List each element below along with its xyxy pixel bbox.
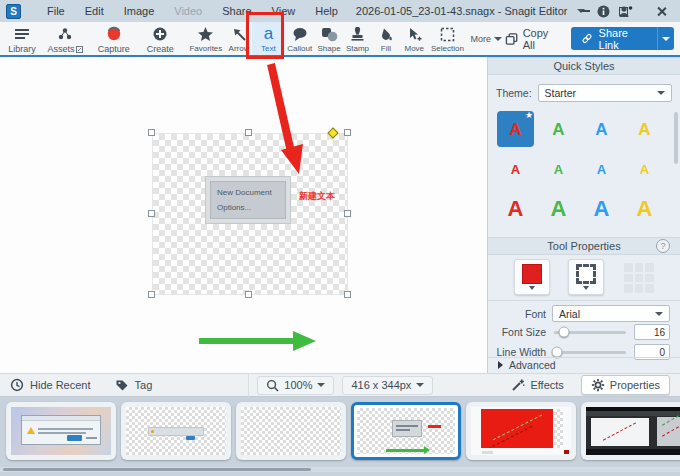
quick-style-tile[interactable]: A bbox=[638, 121, 650, 138]
outline-icon bbox=[576, 264, 596, 284]
share-caret-icon bbox=[662, 37, 670, 41]
share-link-main[interactable]: Share Link bbox=[571, 27, 658, 50]
titlebar: S File Edit Image Video Share View Help … bbox=[0, 0, 680, 22]
tool-move[interactable]: Move bbox=[400, 22, 428, 55]
selection-handle[interactable] bbox=[344, 210, 351, 217]
quick-style-tile[interactable]: A bbox=[595, 121, 607, 138]
history-clock-icon bbox=[10, 378, 24, 392]
swatch-caret-icon bbox=[583, 286, 589, 290]
recent-thumbnail-dialog[interactable] bbox=[6, 402, 116, 460]
recent-thumbnail-red-drawing[interactable] bbox=[466, 402, 576, 460]
advanced-section-toggle[interactable]: Advanced bbox=[498, 359, 556, 371]
selection-handle[interactable] bbox=[245, 129, 252, 136]
minimize-icon bbox=[581, 10, 590, 12]
quick-style-tile[interactable]: A bbox=[552, 121, 564, 138]
properties-button[interactable]: Properties bbox=[581, 375, 670, 395]
selection-handle[interactable] bbox=[148, 291, 155, 298]
toolbar-divider bbox=[0, 55, 680, 57]
effects-button[interactable]: Effects bbox=[502, 375, 572, 395]
zoom-control[interactable]: 100% bbox=[257, 376, 334, 395]
recent-thumbnail-current[interactable] bbox=[351, 402, 461, 460]
right-panel: Quick Styles Theme: Starter ★A A A A A A… bbox=[487, 57, 680, 373]
arrow-tool-icon bbox=[232, 27, 247, 42]
color-red-icon bbox=[522, 264, 542, 284]
quick-style-tile[interactable]: A bbox=[508, 198, 524, 220]
tray-scrollbar[interactable] bbox=[0, 467, 680, 472]
line-width-slider-knob[interactable] bbox=[551, 347, 562, 358]
font-select[interactable]: Arial bbox=[552, 305, 670, 322]
quick-style-tile[interactable]: A bbox=[637, 198, 653, 220]
tray-scrollbar-thumb[interactable] bbox=[3, 468, 311, 471]
recent-thumbnail-empty[interactable] bbox=[236, 402, 346, 460]
selection-handle[interactable] bbox=[245, 291, 252, 298]
tool-stamp[interactable]: Stamp bbox=[343, 22, 371, 55]
font-size-slider-knob[interactable] bbox=[559, 327, 570, 338]
hide-recent-button[interactable]: Hide Recent bbox=[10, 378, 91, 392]
capture-button[interactable]: Capture bbox=[89, 22, 138, 55]
recent-captures-tray bbox=[0, 397, 680, 476]
selection-handle[interactable] bbox=[344, 129, 351, 136]
quick-style-tile[interactable]: A bbox=[594, 198, 610, 220]
tool-favorites[interactable]: Favorites bbox=[186, 22, 226, 55]
tag-button[interactable]: Tag bbox=[115, 378, 153, 392]
fill-icon bbox=[378, 27, 393, 42]
theme-caret-icon bbox=[657, 91, 665, 95]
help-button[interactable]: ? bbox=[656, 239, 670, 253]
quick-style-tile[interactable]: A bbox=[597, 163, 606, 176]
share-link-button: Share Link bbox=[571, 27, 674, 50]
menu-help[interactable]: Help bbox=[305, 0, 348, 22]
tool-selection[interactable]: Selection bbox=[429, 22, 467, 55]
statusbar-separator bbox=[248, 373, 249, 397]
create-button[interactable]: Create bbox=[138, 22, 182, 55]
maximize-button[interactable] bbox=[604, 0, 642, 22]
tag-icon bbox=[115, 378, 129, 392]
selection-handle[interactable] bbox=[148, 129, 155, 136]
quick-style-tile-selected[interactable]: ★A bbox=[497, 111, 534, 147]
canvas-editor-area[interactable]: New Document Options... 新建文本 bbox=[0, 57, 487, 373]
menu-image[interactable]: Image bbox=[114, 0, 165, 22]
tool-fill[interactable]: Fill bbox=[372, 22, 400, 55]
snagit-logo-icon: S bbox=[6, 4, 21, 19]
quick-style-tile[interactable]: A bbox=[551, 198, 567, 220]
stamp-icon bbox=[350, 27, 365, 42]
maximize-icon bbox=[619, 7, 628, 16]
snagit-editor-window: S File Edit Image Video Share View Help … bbox=[0, 0, 680, 476]
expand-triangle-icon bbox=[498, 361, 503, 369]
minimize-button[interactable] bbox=[566, 0, 604, 22]
status-bar: Hide Recent Tag 100% 416 x 344px Effects… bbox=[0, 373, 680, 397]
close-button[interactable] bbox=[642, 0, 680, 22]
tool-callout[interactable]: Callout bbox=[285, 22, 315, 55]
copy-all-button[interactable]: Copy All bbox=[505, 27, 561, 51]
font-size-value[interactable]: 16 bbox=[634, 324, 670, 340]
canvas-size-control[interactable]: 416 x 344px bbox=[342, 376, 433, 395]
library-button[interactable]: Library bbox=[2, 22, 42, 55]
share-link-dropdown[interactable] bbox=[657, 27, 674, 50]
tool-shape[interactable]: Shape bbox=[315, 22, 343, 55]
copy-icon bbox=[505, 32, 518, 46]
shape-icon bbox=[321, 27, 338, 42]
theme-select[interactable]: Starter bbox=[538, 84, 672, 102]
tool-more[interactable]: More bbox=[470, 22, 504, 55]
selection-handle[interactable] bbox=[148, 210, 155, 217]
green-arrow-annotation[interactable] bbox=[190, 327, 325, 353]
recent-thumbnail-bar[interactable] bbox=[121, 402, 231, 460]
menu-file[interactable]: File bbox=[37, 0, 75, 22]
theme-label: Theme: bbox=[496, 87, 532, 99]
quick-style-tile[interactable]: A bbox=[554, 163, 563, 176]
panel-scrollbar[interactable] bbox=[674, 112, 678, 164]
screenshot-object[interactable]: New Document Options... bbox=[205, 176, 291, 224]
quick-style-tile[interactable]: A bbox=[640, 163, 649, 176]
recent-thumbnail-app[interactable] bbox=[581, 402, 680, 460]
assets-button[interactable]: Assets bbox=[42, 22, 89, 55]
selection-handle[interactable] bbox=[344, 291, 351, 298]
quick-style-tile[interactable]: A bbox=[511, 163, 520, 176]
outline-style-swatch[interactable] bbox=[568, 259, 604, 295]
line-width-label: Line Width bbox=[488, 346, 546, 358]
assets-icon bbox=[57, 27, 73, 41]
font-size-slider[interactable] bbox=[554, 323, 626, 340]
fill-color-swatch[interactable] bbox=[514, 259, 550, 295]
capture-icon bbox=[106, 26, 122, 42]
text-annotation[interactable]: 新建文本 bbox=[299, 190, 335, 203]
menu-edit[interactable]: Edit bbox=[75, 0, 114, 22]
font-size-label: Font Size bbox=[488, 326, 546, 338]
